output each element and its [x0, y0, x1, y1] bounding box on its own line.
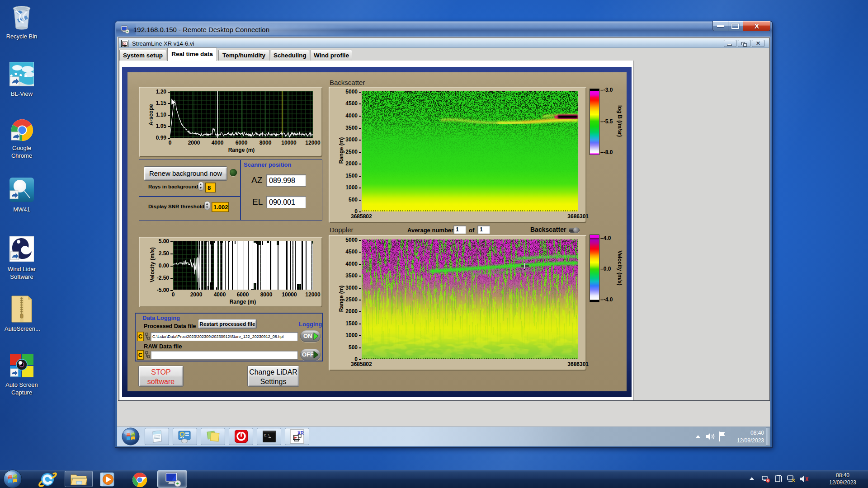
- svg-text:C:\: C:\: [264, 434, 270, 437]
